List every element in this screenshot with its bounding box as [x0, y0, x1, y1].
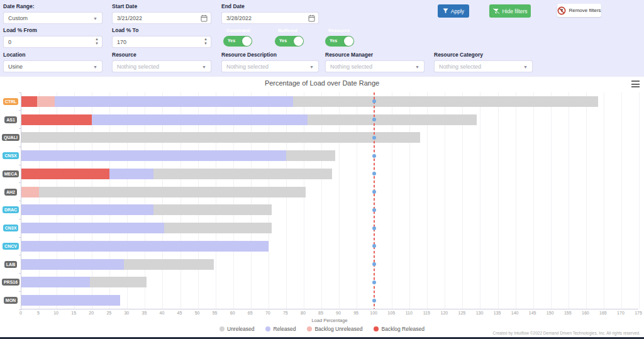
- bar-segment-released[interactable]: [21, 277, 90, 287]
- category-pill[interactable]: MON: [4, 297, 18, 304]
- bar-segment-unreleased[interactable]: [293, 96, 598, 107]
- number-stepper[interactable]: ▲▼: [95, 37, 99, 46]
- remove-filters-button[interactable]: Remove filters: [557, 4, 601, 17]
- bar-segment-unreleased[interactable]: [153, 169, 331, 179]
- bar-segment-unreleased[interactable]: [308, 114, 477, 125]
- bar-segment-released[interactable]: [21, 223, 164, 233]
- resource-description-select[interactable]: Nothing selected ▼: [221, 60, 319, 72]
- bar-segment-released[interactable]: [55, 96, 293, 107]
- category-pill[interactable]: CNSX: [3, 152, 18, 159]
- x-tick-label: 135: [494, 311, 501, 315]
- bar-segment-backlog_unreleased[interactable]: [21, 187, 39, 197]
- toggle-state-label: Yes: [279, 38, 287, 43]
- bar-segment-released[interactable]: [21, 259, 124, 270]
- toggle-knob: [294, 36, 303, 46]
- constraint-badge: Constraint: [223, 26, 253, 35]
- bar-segment-released[interactable]: [92, 114, 307, 125]
- category-pill[interactable]: LAB: [4, 261, 17, 268]
- legend-item-released[interactable]: Released: [265, 326, 296, 332]
- resource-toggle[interactable]: Yes: [325, 36, 354, 47]
- y-tick: [19, 128, 21, 129]
- bar-segment-backlog_released[interactable]: [21, 96, 37, 107]
- load-from-input[interactable]: [8, 39, 97, 45]
- hide-filters-button[interactable]: Hide filters: [489, 4, 531, 18]
- date-range-value: Custom: [8, 15, 28, 21]
- apply-button[interactable]: Apply: [438, 4, 469, 18]
- end-date-label: End Date: [221, 3, 319, 9]
- bar-segment-unreleased[interactable]: [153, 204, 272, 215]
- row-label-ah2: AH2: [1, 189, 20, 196]
- toggle-knob: [242, 36, 252, 46]
- remove-filter-icon: [557, 6, 566, 15]
- date-range-select[interactable]: Custom ▼: [3, 12, 103, 24]
- x-tick-label: 5: [37, 311, 40, 315]
- date-range-label: Date Range:: [3, 3, 103, 9]
- end-date-field: [221, 12, 319, 24]
- y-tick: [19, 92, 21, 93]
- bar-segment-unreleased[interactable]: [90, 277, 147, 287]
- x-tick-label: 125: [458, 311, 466, 315]
- row-label-quali: QUALI: [1, 134, 20, 141]
- legend-label: Backlog Unreleased: [314, 326, 362, 332]
- category-pill[interactable]: CN3X: [3, 225, 19, 231]
- bar-segment-released[interactable]: [109, 169, 153, 179]
- legend-item-backlog-released[interactable]: Backlog Released: [374, 326, 425, 332]
- load-to-label: Load % To: [112, 27, 211, 33]
- bar-segment-released[interactable]: [21, 204, 153, 215]
- chart-title: Percentage of Load over Date Range: [0, 79, 644, 87]
- start-date-input[interactable]: [117, 15, 206, 21]
- reference-marker: [372, 172, 376, 175]
- toggle-state-label: Yes: [228, 38, 235, 43]
- chevron-down-icon: ▼: [309, 64, 314, 69]
- resource-manager-select[interactable]: Nothing selected ▼: [325, 60, 425, 72]
- bar-segment-released[interactable]: [21, 150, 286, 161]
- bar-segment-unreleased[interactable]: [21, 132, 420, 143]
- legend-item-backlog-unreleased[interactable]: Backlog Unreleased: [307, 326, 362, 332]
- filter-icon: [443, 8, 448, 14]
- number-stepper[interactable]: ▲▼: [204, 37, 208, 46]
- copyright-text: Created by Intuiflow ©2022 Demand Driven…: [493, 331, 640, 335]
- bar-segment-released[interactable]: [21, 295, 120, 306]
- category-pill[interactable]: QUALI: [2, 134, 19, 141]
- category-pill[interactable]: AH2: [4, 189, 17, 196]
- bar-segment-unreleased[interactable]: [286, 150, 336, 161]
- bar-segment-unreleased[interactable]: [124, 259, 214, 270]
- category-pill[interactable]: DRAC: [3, 206, 19, 213]
- resource-badge: Resource: [325, 26, 353, 35]
- bar-segment-released[interactable]: [21, 241, 269, 252]
- calendar-icon[interactable]: [201, 14, 208, 23]
- category-pill[interactable]: AS1: [4, 116, 17, 123]
- reference-marker: [372, 154, 376, 158]
- end-date-input[interactable]: [226, 15, 314, 21]
- legend-label: Released: [273, 326, 296, 332]
- plot-area: [21, 92, 638, 309]
- category-pill[interactable]: PRS16: [2, 279, 19, 286]
- chevron-down-icon: ▼: [523, 64, 528, 69]
- location-select[interactable]: Usine ▼: [3, 60, 103, 72]
- y-tick: [19, 110, 21, 111]
- calendar-icon[interactable]: [308, 14, 315, 23]
- category-pill[interactable]: CTRL: [3, 98, 19, 105]
- bar-segment-backlog_unreleased[interactable]: [37, 96, 55, 107]
- category-pill[interactable]: MECA: [3, 170, 19, 177]
- legend-dot: [374, 326, 379, 331]
- constraint-toggle[interactable]: Yes: [223, 36, 252, 47]
- chevron-down-icon: ▼: [93, 16, 97, 20]
- x-tick-label: 130: [476, 311, 484, 315]
- resource-category-select[interactable]: Nothing selected ▼: [434, 60, 533, 72]
- load-to-input[interactable]: [117, 39, 206, 45]
- start-date-field: [112, 12, 211, 24]
- buffered-toggle[interactable]: Yes: [275, 36, 304, 47]
- bar-segment-unreleased[interactable]: [164, 223, 272, 233]
- resource-select[interactable]: Nothing selected ▼: [112, 60, 211, 72]
- reference-marker: [372, 226, 376, 230]
- legend-item-unreleased[interactable]: Unreleased: [219, 326, 254, 332]
- bar-segment-unreleased[interactable]: [39, 187, 306, 197]
- bar-segment-backlog_released[interactable]: [21, 169, 109, 179]
- x-tick-label: 0: [19, 311, 22, 315]
- bar-segment-backlog_released[interactable]: [21, 114, 92, 125]
- chart-menu-button[interactable]: [631, 80, 640, 88]
- category-pill[interactable]: CNCV: [3, 243, 19, 250]
- resource-label: Resource: [112, 52, 211, 58]
- resource-description-label: Resource Description: [221, 52, 319, 58]
